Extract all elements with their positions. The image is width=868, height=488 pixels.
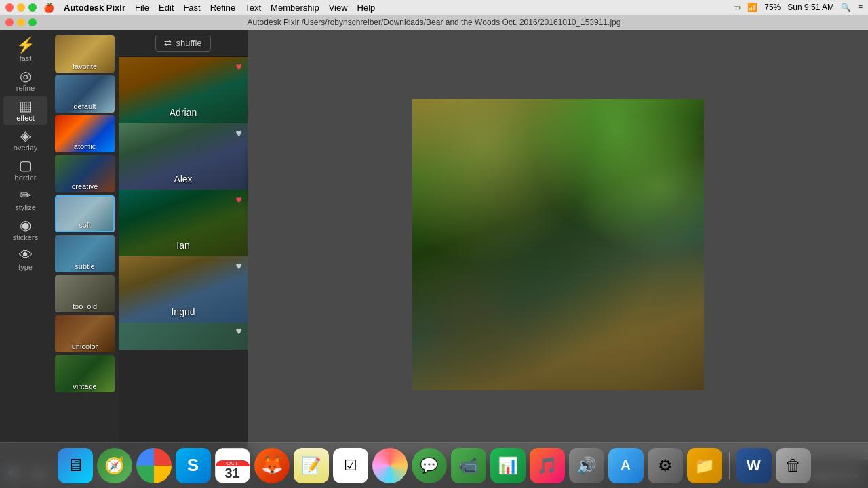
menubar-wifi-icon: 📶: [747, 3, 757, 12]
filter-too-old[interactable]: too_old: [55, 275, 115, 312]
dock-numbers[interactable]: 📊: [490, 448, 526, 483]
sidebar-item-border[interactable]: ▢ border: [3, 156, 47, 184]
dock-calendar[interactable]: OCT 31: [215, 448, 250, 483]
menubar-time: Sun 9:51 AM: [787, 3, 834, 12]
filter-panel: favorite default atomic creative soft su…: [51, 30, 119, 460]
menubar-screen-icon: ▭: [733, 3, 741, 12]
menu-help[interactable]: Help: [357, 3, 376, 13]
fast-label: fast: [20, 54, 32, 62]
preset-partial-heart[interactable]: ♥: [236, 325, 243, 338]
preset-partial[interactable]: ♥: [119, 323, 248, 350]
preset-adrian-name: Adrian: [119, 107, 248, 118]
filter-favorite[interactable]: favorite: [55, 35, 115, 73]
filter-creative-label: creative: [55, 182, 115, 190]
filter-atomic[interactable]: atomic: [55, 115, 115, 152]
maximize-btn[interactable]: [28, 18, 37, 26]
stylize-label: stylize: [15, 203, 36, 211]
dock-safari[interactable]: 🧭: [97, 448, 132, 483]
dock-facetime[interactable]: 📹: [451, 448, 486, 483]
dock-chrome[interactable]: [136, 448, 172, 483]
menu-file[interactable]: File: [135, 3, 149, 13]
preset-ingrid-name: Ingrid: [119, 306, 248, 317]
filter-vintage[interactable]: vintage: [55, 355, 115, 392]
canvas-area: [248, 30, 868, 460]
stylize-icon: ✏: [20, 188, 31, 202]
dock-trash[interactable]: 🗑: [776, 448, 811, 483]
menubar-search-icon[interactable]: 🔍: [841, 3, 851, 12]
menu-app[interactable]: Autodesk Pixlr: [64, 3, 125, 13]
preset-adrian-heart[interactable]: ♥: [236, 61, 243, 73]
sidebar-item-overlay[interactable]: ◈ overlay: [3, 126, 47, 155]
preset-ingrid[interactable]: ♥ Ingrid: [119, 256, 248, 323]
preset-ian[interactable]: ♥ Ian: [119, 190, 248, 256]
refine-label: refine: [16, 84, 35, 92]
minimize-button[interactable]: [17, 3, 25, 12]
type-label: type: [18, 263, 33, 271]
dock-word[interactable]: W: [736, 448, 772, 483]
close-button[interactable]: [5, 3, 14, 12]
dock-photos[interactable]: [372, 448, 408, 483]
sidebar-item-stylize[interactable]: ✏ stylize: [3, 186, 47, 214]
preset-alex-heart[interactable]: ♥: [236, 127, 243, 140]
sidebar-item-stickers[interactable]: ◉ stickers: [3, 216, 47, 244]
sidebar-item-fast[interactable]: ⚡ fast: [3, 35, 47, 65]
border-icon: ▢: [19, 159, 32, 172]
sidebar-item-refine[interactable]: ◎ refine: [3, 66, 47, 95]
window-controls: [5, 3, 37, 12]
menubar-right: ▭ 📶 75% Sun 9:51 AM 🔍 ≡: [733, 3, 863, 12]
menu-membership[interactable]: Membership: [271, 3, 319, 13]
filter-subtle[interactable]: subtle: [55, 235, 115, 272]
dock-syspref[interactable]: ⚙: [648, 448, 683, 483]
dock-unfolder[interactable]: 📁: [687, 448, 722, 483]
dock-divider: [729, 452, 730, 479]
shuffle-icon: ⇄: [164, 38, 172, 48]
dock-firefox[interactable]: 🦊: [254, 448, 290, 483]
dock-appstore[interactable]: A: [608, 448, 644, 483]
dock-finder[interactable]: 🖥: [58, 448, 93, 483]
menu-view[interactable]: View: [329, 3, 348, 13]
preset-adrian[interactable]: ♥ Adrian: [119, 57, 248, 123]
menubar-battery: 75%: [764, 3, 781, 12]
filter-subtle-label: subtle: [55, 262, 115, 270]
titlebar: Autodesk Pixlr /Users/robynschreiber/Dow…: [0, 15, 868, 30]
stickers-label: stickers: [13, 233, 38, 241]
dock-reminders[interactable]: ☑: [333, 448, 368, 483]
preset-ian-heart[interactable]: ♥: [236, 194, 243, 206]
menu-text[interactable]: Text: [245, 3, 261, 13]
dock-notes[interactable]: 📝: [294, 448, 329, 483]
shuffle-button[interactable]: ⇄ shuffle: [155, 35, 210, 52]
preset-alex[interactable]: ♥ Alex: [119, 123, 248, 190]
overlay-label: overlay: [14, 144, 37, 152]
fast-icon: ⚡: [16, 38, 35, 53]
effect-icon: ▦: [19, 99, 32, 113]
photo-image: [412, 99, 704, 390]
presets-header: ⇄ shuffle: [119, 30, 248, 57]
filter-soft[interactable]: soft: [55, 195, 115, 232]
shuffle-label: shuffle: [176, 38, 201, 48]
apple-menu[interactable]: 🍎: [43, 3, 54, 13]
menubar-menu-icon[interactable]: ≡: [858, 3, 863, 12]
tools-sidebar: ⚡ fast ◎ refine ▦ effect ◈ overlay ▢ bor…: [0, 30, 51, 460]
maximize-button[interactable]: [28, 3, 37, 12]
dock-sound[interactable]: 🔊: [569, 448, 604, 483]
filter-favorite-label: favorite: [55, 62, 115, 70]
filter-creative[interactable]: creative: [55, 155, 115, 192]
dock-skype[interactable]: S: [176, 448, 211, 483]
menu-edit[interactable]: Edit: [159, 3, 174, 13]
sidebar-item-effect[interactable]: ▦ effect: [3, 96, 47, 125]
menu-refine[interactable]: Refine: [210, 3, 236, 13]
dock-itunes[interactable]: 🎵: [530, 448, 565, 483]
presets-panel: ⇄ shuffle ♥ Adrian opacity ▲ ▼: [119, 30, 248, 460]
refine-icon: ◎: [20, 69, 31, 83]
sidebar-item-type[interactable]: 👁 type: [3, 245, 47, 274]
dock-messages[interactable]: 💬: [412, 448, 447, 483]
photo-canvas: [412, 99, 704, 390]
border-label: border: [15, 174, 37, 182]
filter-unicolor[interactable]: unicolor: [55, 315, 115, 352]
minimize-btn[interactable]: [17, 18, 25, 26]
preset-ingrid-heart[interactable]: ♥: [236, 260, 243, 272]
close-btn[interactable]: [5, 18, 14, 26]
filter-default[interactable]: default: [55, 75, 115, 113]
menu-fast[interactable]: Fast: [183, 3, 200, 13]
main-layout: ⚡ fast ◎ refine ▦ effect ◈ overlay ▢ bor…: [0, 30, 868, 460]
